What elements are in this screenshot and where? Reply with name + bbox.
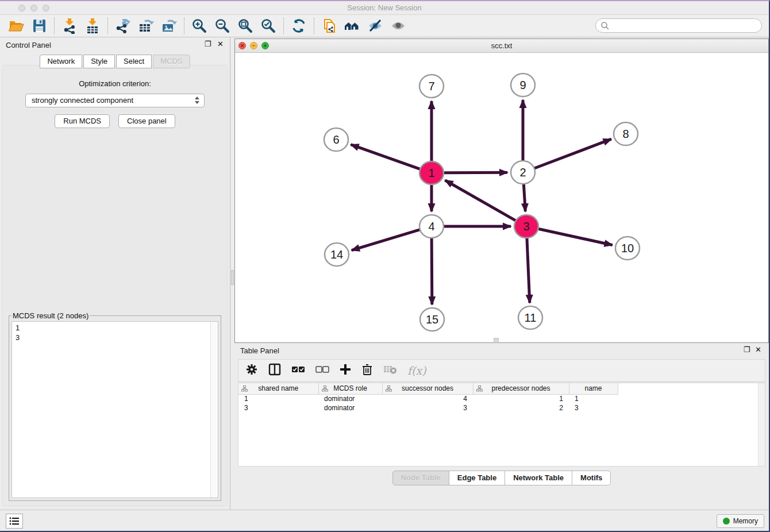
column-header-predecessor-nodes[interactable]: predecessor nodes xyxy=(473,383,569,394)
graph-node-1[interactable]: 1 xyxy=(419,161,444,184)
select-all-icon[interactable] xyxy=(291,365,305,376)
float-table-panel-icon[interactable]: ❐ xyxy=(743,346,750,354)
table-cell[interactable]: 3 xyxy=(382,403,473,413)
function-builder-icon[interactable]: f(x) xyxy=(407,364,426,377)
zoom-selected-icon[interactable] xyxy=(257,17,280,35)
criterion-select[interactable]: strongly connected component xyxy=(25,94,205,107)
copy-network-icon[interactable] xyxy=(318,17,341,35)
close-panel-icon[interactable]: ✕ xyxy=(217,41,224,48)
table-cell[interactable]: 3 xyxy=(238,403,318,413)
table-settings-icon[interactable] xyxy=(245,363,258,378)
column-header-shared-name[interactable]: shared name xyxy=(238,383,318,394)
table-row[interactable]: 3dominator323 xyxy=(238,403,765,413)
delete-table-icon[interactable] xyxy=(383,364,397,377)
graph-edge-3-1[interactable] xyxy=(445,180,516,221)
apply-layout-icon[interactable] xyxy=(287,17,310,35)
table-cell[interactable]: dominator xyxy=(318,394,382,403)
status-bar: Memory xyxy=(0,510,769,531)
show-all-icon[interactable] xyxy=(387,17,410,35)
graph-node-7[interactable]: 7 xyxy=(419,75,444,98)
float-panel-icon[interactable]: ❐ xyxy=(204,41,211,48)
column-header-name[interactable]: name xyxy=(569,383,618,394)
table-row[interactable]: 1dominator411 xyxy=(238,394,765,403)
zoom-in-icon[interactable] xyxy=(188,17,211,35)
close-table-panel-icon[interactable]: ✕ xyxy=(754,346,762,354)
column-header-successor-nodes[interactable]: successor nodes xyxy=(382,383,473,394)
show-columns-icon[interactable] xyxy=(268,363,281,378)
tab-node-table[interactable]: Node Table xyxy=(392,471,449,485)
table-cell[interactable]: dominator xyxy=(318,403,382,413)
open-file-icon[interactable] xyxy=(5,17,28,35)
table-cell[interactable]: 2 xyxy=(473,403,569,413)
toolbar-separator xyxy=(184,18,184,34)
graph-node-3[interactable]: 3 xyxy=(514,215,538,238)
svg-text:1: 1 xyxy=(428,167,434,179)
network-canvas[interactable]: 7968124314101511 xyxy=(235,53,768,342)
export-image-icon[interactable] xyxy=(157,17,180,35)
graph-node-10[interactable]: 10 xyxy=(615,237,640,260)
graph-edge-1-2[interactable] xyxy=(444,172,507,173)
import-network-icon[interactable] xyxy=(58,17,81,35)
column-header-MCDS-role[interactable]: MCDS role xyxy=(318,383,382,394)
graph-node-15[interactable]: 15 xyxy=(420,308,444,331)
export-network-icon[interactable] xyxy=(111,17,134,35)
deselect-all-icon[interactable] xyxy=(315,365,329,376)
graph-edge-4-14[interactable] xyxy=(352,230,420,250)
graph-edge-2-3[interactable] xyxy=(523,184,525,211)
tab-style[interactable]: Style xyxy=(83,55,115,68)
graph-node-8[interactable]: 8 xyxy=(614,122,638,145)
canvas-scroll-grip[interactable] xyxy=(494,338,499,342)
svg-text:4: 4 xyxy=(428,220,434,233)
first-neighbors-icon[interactable] xyxy=(341,17,364,35)
run-mcds-button[interactable]: Run MCDS xyxy=(55,114,110,128)
table-cell[interactable]: 1 xyxy=(569,394,618,403)
optimization-criterion-label: Optimization criterion: xyxy=(3,79,227,88)
export-table-icon[interactable] xyxy=(134,17,157,35)
hide-selected-icon[interactable] xyxy=(364,17,387,35)
node-table-grid: shared nameMCDS rolesuccessor nodesprede… xyxy=(238,383,765,413)
close-panel-button[interactable]: Close panel xyxy=(118,114,175,128)
svg-text:10: 10 xyxy=(621,242,634,255)
table-scrollbar[interactable] xyxy=(758,383,765,466)
result-scrollbar[interactable] xyxy=(210,322,218,498)
table-cell[interactable]: 4 xyxy=(382,394,473,403)
graph-node-11[interactable]: 11 xyxy=(518,306,542,329)
table-panel-header: Table Panel ❐ ✕ xyxy=(234,343,769,358)
create-column-icon[interactable] xyxy=(340,364,351,377)
splitter-grip-icon[interactable] xyxy=(231,270,234,285)
zoom-out-icon[interactable] xyxy=(211,17,234,35)
graph-node-6[interactable]: 6 xyxy=(324,128,348,151)
graph-node-2[interactable]: 2 xyxy=(511,161,535,184)
graph-edge-4-15[interactable] xyxy=(432,238,432,304)
save-session-icon[interactable] xyxy=(28,17,51,35)
tab-motifs[interactable]: Motifs xyxy=(572,471,611,485)
panel-splitter[interactable] xyxy=(230,37,234,510)
table-tabs: Node TableEdge TableNetwork TableMotifs xyxy=(234,471,769,485)
table-cell[interactable]: 3 xyxy=(569,403,618,413)
graph-edge-3-11[interactable] xyxy=(527,238,530,303)
tab-select[interactable]: Select xyxy=(116,55,152,68)
task-history-button[interactable] xyxy=(6,514,23,529)
tab-network[interactable]: Network xyxy=(40,55,82,68)
graph-edge-2-8[interactable] xyxy=(534,139,611,168)
tab-network-table[interactable]: Network Table xyxy=(505,471,572,485)
delete-column-icon[interactable] xyxy=(361,363,373,378)
graph-node-14[interactable]: 14 xyxy=(325,243,349,266)
svg-text:8: 8 xyxy=(622,128,629,140)
network-window-titlebar[interactable]: ✕ − + scc.txt xyxy=(235,39,768,53)
tab-mcds[interactable]: MCDS xyxy=(153,55,190,68)
memory-button[interactable]: Memory xyxy=(717,514,764,528)
zoom-fit-icon[interactable] xyxy=(234,17,257,35)
graph-edge-1-6[interactable] xyxy=(351,145,420,169)
table-cell[interactable]: 1 xyxy=(238,394,318,403)
graph-node-9[interactable]: 9 xyxy=(511,74,535,97)
main-area: Control Panel ❐ ✕ NetworkStyleSelectMCDS… xyxy=(0,37,769,510)
tab-edge-table[interactable]: Edge Table xyxy=(449,471,505,485)
network-title: scc.txt xyxy=(235,41,768,50)
table-cell[interactable]: 1 xyxy=(473,394,569,403)
import-table-icon[interactable] xyxy=(81,17,104,35)
table-panel-title: Table Panel xyxy=(240,346,279,355)
search-input[interactable] xyxy=(595,18,762,33)
graph-node-4[interactable]: 4 xyxy=(419,215,444,238)
graph-edge-3-10[interactable] xyxy=(538,229,613,245)
